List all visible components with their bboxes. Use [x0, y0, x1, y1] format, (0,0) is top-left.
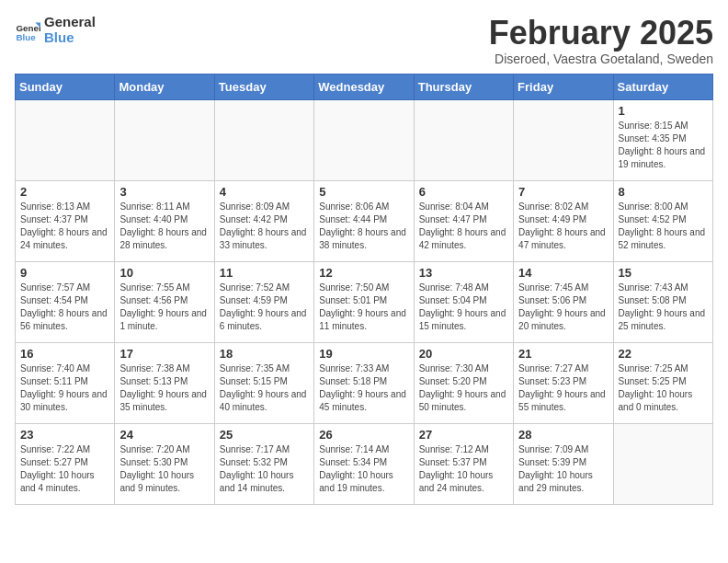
calendar-day-empty: [16, 99, 115, 180]
day-info: Sunrise: 7:45 AM Sunset: 5:06 PM Dayligh…: [518, 282, 608, 333]
week-row-1: 1Sunrise: 8:15 AM Sunset: 4:35 PM Daylig…: [16, 99, 713, 180]
day-info: Sunrise: 7:20 AM Sunset: 5:30 PM Dayligh…: [119, 443, 209, 495]
day-info: Sunrise: 7:27 AM Sunset: 5:23 PM Dayligh…: [518, 362, 608, 414]
calendar-day-empty: [314, 99, 414, 180]
day-number: 2: [20, 185, 109, 199]
logo-icon: General Blue: [15, 17, 40, 43]
calendar-day-17: 17Sunrise: 7:38 AM Sunset: 5:13 PM Dayli…: [115, 342, 214, 423]
day-info: Sunrise: 7:22 AM Sunset: 5:27 PM Dayligh…: [20, 443, 109, 495]
calendar-day-11: 11Sunrise: 7:52 AM Sunset: 4:59 PM Dayli…: [214, 261, 313, 342]
calendar-day-22: 22Sunrise: 7:25 AM Sunset: 5:25 PM Dayli…: [613, 342, 712, 423]
weekday-header-sunday: Sunday: [16, 74, 115, 99]
day-number: 1: [619, 104, 708, 118]
day-info: Sunrise: 8:09 AM Sunset: 4:42 PM Dayligh…: [220, 201, 309, 252]
week-row-5: 23Sunrise: 7:22 AM Sunset: 5:27 PM Dayli…: [16, 423, 713, 504]
day-info: Sunrise: 8:15 AM Sunset: 4:35 PM Dayligh…: [619, 120, 708, 171]
logo: General Blue General Blue: [15, 15, 96, 45]
day-number: 12: [319, 266, 408, 280]
page-header: General Blue General Blue February 2025 …: [15, 15, 713, 66]
svg-text:Blue: Blue: [16, 32, 36, 42]
day-number: 21: [518, 347, 608, 361]
calendar-day-18: 18Sunrise: 7:35 AM Sunset: 5:15 PM Dayli…: [214, 342, 313, 423]
calendar-day-9: 9Sunrise: 7:57 AM Sunset: 4:54 PM Daylig…: [16, 261, 115, 342]
day-number: 14: [518, 266, 608, 280]
week-row-2: 2Sunrise: 8:13 AM Sunset: 4:37 PM Daylig…: [16, 180, 713, 261]
day-number: 26: [319, 428, 408, 442]
day-number: 19: [319, 347, 408, 361]
calendar-day-12: 12Sunrise: 7:50 AM Sunset: 5:01 PM Dayli…: [314, 261, 414, 342]
calendar-day-1: 1Sunrise: 8:15 AM Sunset: 4:35 PM Daylig…: [613, 99, 712, 180]
weekday-header-wednesday: Wednesday: [314, 74, 414, 99]
week-row-4: 16Sunrise: 7:40 AM Sunset: 5:11 PM Dayli…: [16, 342, 713, 423]
calendar-day-5: 5Sunrise: 8:06 AM Sunset: 4:44 PM Daylig…: [314, 180, 414, 261]
day-info: Sunrise: 7:35 AM Sunset: 5:15 PM Dayligh…: [220, 362, 309, 414]
day-number: 16: [20, 347, 109, 361]
day-number: 20: [419, 347, 508, 361]
day-info: Sunrise: 7:17 AM Sunset: 5:32 PM Dayligh…: [220, 443, 309, 495]
day-number: 5: [319, 185, 408, 199]
day-info: Sunrise: 7:50 AM Sunset: 5:01 PM Dayligh…: [319, 282, 408, 333]
day-info: Sunrise: 7:38 AM Sunset: 5:13 PM Dayligh…: [119, 362, 209, 414]
day-info: Sunrise: 7:57 AM Sunset: 4:54 PM Dayligh…: [20, 282, 109, 333]
day-number: 23: [20, 428, 109, 442]
day-info: Sunrise: 7:52 AM Sunset: 4:59 PM Dayligh…: [220, 282, 309, 333]
day-number: 9: [20, 266, 109, 280]
calendar-day-19: 19Sunrise: 7:33 AM Sunset: 5:18 PM Dayli…: [314, 342, 414, 423]
week-row-3: 9Sunrise: 7:57 AM Sunset: 4:54 PM Daylig…: [16, 261, 713, 342]
calendar-day-28: 28Sunrise: 7:09 AM Sunset: 5:39 PM Dayli…: [514, 423, 613, 504]
weekday-header-thursday: Thursday: [414, 74, 513, 99]
day-info: Sunrise: 7:33 AM Sunset: 5:18 PM Dayligh…: [319, 362, 408, 414]
day-number: 7: [518, 185, 608, 199]
calendar-day-20: 20Sunrise: 7:30 AM Sunset: 5:20 PM Dayli…: [414, 342, 513, 423]
weekday-header-row: SundayMondayTuesdayWednesdayThursdayFrid…: [16, 74, 713, 99]
calendar-day-empty: [613, 423, 712, 504]
calendar-day-2: 2Sunrise: 8:13 AM Sunset: 4:37 PM Daylig…: [16, 180, 115, 261]
calendar-day-23: 23Sunrise: 7:22 AM Sunset: 5:27 PM Dayli…: [16, 423, 115, 504]
day-number: 27: [419, 428, 508, 442]
logo-general: General: [44, 15, 96, 30]
calendar-day-6: 6Sunrise: 8:04 AM Sunset: 4:47 PM Daylig…: [414, 180, 513, 261]
day-number: 13: [419, 266, 508, 280]
day-number: 3: [119, 185, 209, 199]
calendar-day-4: 4Sunrise: 8:09 AM Sunset: 4:42 PM Daylig…: [214, 180, 313, 261]
day-info: Sunrise: 8:06 AM Sunset: 4:44 PM Dayligh…: [319, 201, 408, 252]
day-number: 24: [119, 428, 209, 442]
weekday-header-monday: Monday: [115, 74, 214, 99]
day-number: 4: [220, 185, 309, 199]
calendar-day-empty: [115, 99, 214, 180]
day-info: Sunrise: 7:25 AM Sunset: 5:25 PM Dayligh…: [619, 362, 708, 414]
day-number: 17: [119, 347, 209, 361]
day-info: Sunrise: 7:09 AM Sunset: 5:39 PM Dayligh…: [518, 443, 608, 495]
calendar-day-26: 26Sunrise: 7:14 AM Sunset: 5:34 PM Dayli…: [314, 423, 414, 504]
weekday-header-tuesday: Tuesday: [214, 74, 313, 99]
day-info: Sunrise: 8:13 AM Sunset: 4:37 PM Dayligh…: [20, 201, 109, 252]
day-info: Sunrise: 8:02 AM Sunset: 4:49 PM Dayligh…: [518, 201, 608, 252]
calendar-day-15: 15Sunrise: 7:43 AM Sunset: 5:08 PM Dayli…: [613, 261, 712, 342]
day-number: 28: [518, 428, 608, 442]
day-number: 6: [419, 185, 508, 199]
calendar-day-24: 24Sunrise: 7:20 AM Sunset: 5:30 PM Dayli…: [115, 423, 214, 504]
month-year-title: February 2025: [489, 15, 713, 52]
calendar-day-13: 13Sunrise: 7:48 AM Sunset: 5:04 PM Dayli…: [414, 261, 513, 342]
calendar-day-10: 10Sunrise: 7:55 AM Sunset: 4:56 PM Dayli…: [115, 261, 214, 342]
day-info: Sunrise: 8:00 AM Sunset: 4:52 PM Dayligh…: [619, 201, 708, 252]
calendar-day-empty: [414, 99, 513, 180]
calendar-day-3: 3Sunrise: 8:11 AM Sunset: 4:40 PM Daylig…: [115, 180, 214, 261]
day-number: 22: [619, 347, 708, 361]
calendar-day-27: 27Sunrise: 7:12 AM Sunset: 5:37 PM Dayli…: [414, 423, 513, 504]
calendar-day-8: 8Sunrise: 8:00 AM Sunset: 4:52 PM Daylig…: [613, 180, 712, 261]
day-info: Sunrise: 7:43 AM Sunset: 5:08 PM Dayligh…: [619, 282, 708, 333]
calendar-day-14: 14Sunrise: 7:45 AM Sunset: 5:06 PM Dayli…: [514, 261, 613, 342]
calendar-table: SundayMondayTuesdayWednesdayThursdayFrid…: [15, 74, 713, 505]
day-info: Sunrise: 7:30 AM Sunset: 5:20 PM Dayligh…: [419, 362, 508, 414]
calendar-day-25: 25Sunrise: 7:17 AM Sunset: 5:32 PM Dayli…: [214, 423, 313, 504]
day-number: 15: [619, 266, 708, 280]
day-number: 11: [220, 266, 309, 280]
day-info: Sunrise: 7:40 AM Sunset: 5:11 PM Dayligh…: [20, 362, 109, 414]
calendar-day-21: 21Sunrise: 7:27 AM Sunset: 5:23 PM Dayli…: [514, 342, 613, 423]
calendar-day-empty: [514, 99, 613, 180]
weekday-header-saturday: Saturday: [613, 74, 712, 99]
calendar-day-16: 16Sunrise: 7:40 AM Sunset: 5:11 PM Dayli…: [16, 342, 115, 423]
day-number: 8: [619, 185, 708, 199]
logo-blue: Blue: [44, 30, 96, 46]
